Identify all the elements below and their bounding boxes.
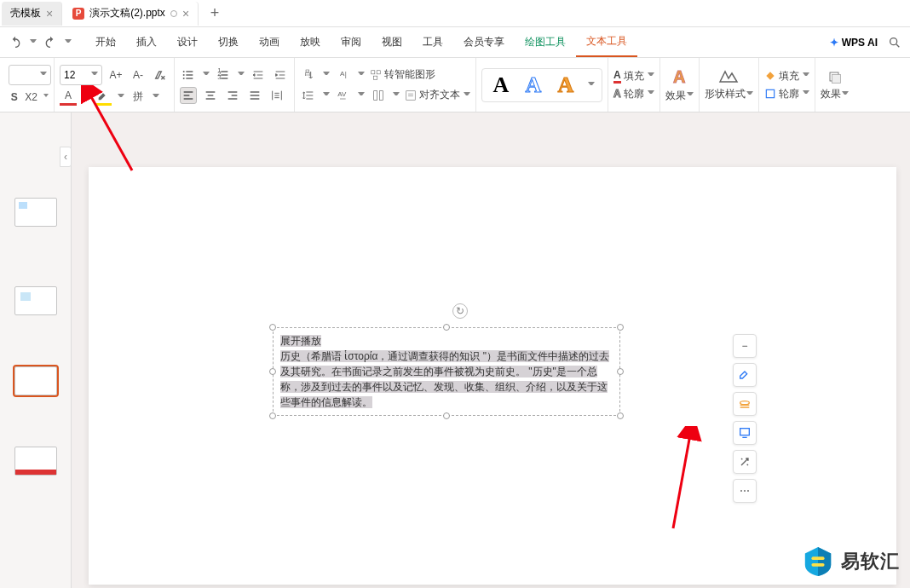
resize-handle[interactable] [617,368,624,375]
increase-indent-icon[interactable] [272,66,289,84]
menu-draw-tools[interactable]: 绘图工具 [515,27,576,58]
layer-button[interactable] [733,392,757,416]
bullets-icon[interactable] [180,66,197,84]
tab-presentation[interactable]: P 演示文稿(2).pptx × [64,2,199,26]
menu-vip[interactable]: 会员专享 [453,27,515,58]
menu-text-tools[interactable]: 文本工具 [576,28,637,57]
decrease-font-icon[interactable]: A- [130,66,147,84]
redo-icon[interactable] [42,34,59,51]
decrease-indent-icon[interactable] [250,66,267,84]
tab-template[interactable]: 壳模板 × [2,2,62,26]
undo-dropdown[interactable] [30,39,37,46]
menu-slideshow[interactable]: 放映 [290,27,331,58]
svg-rect-18 [832,75,841,84]
format-brush-button[interactable] [733,363,757,387]
more-dropdown[interactable] [65,39,72,46]
pinyin-icon[interactable]: 拼 [130,89,147,106]
svg-rect-10 [377,70,380,73]
menu-animation[interactable]: 动画 [249,27,290,58]
wordart-gallery[interactable]: A A A [481,68,602,102]
svg-text:AV: AV [337,90,347,98]
more-button[interactable]: ⋯ [733,479,757,503]
watermark: 易软汇 [802,545,900,578]
magic-button[interactable] [733,450,757,474]
svg-rect-16 [766,89,774,97]
menu-transition[interactable]: 切换 [208,27,249,58]
convert-smartart-button[interactable]: 转智能图形 [370,67,435,82]
columns-icon[interactable] [370,87,387,104]
wordart-more-dropdown[interactable] [585,82,596,89]
wordart-style-2[interactable]: A [520,72,547,98]
resize-handle[interactable] [617,412,624,419]
resize-handle[interactable] [269,412,276,419]
menu-bar: 开始 插入 设计 切换 动画 放映 审阅 视图 工具 会员专享 绘图工具 文本工… [0,27,910,58]
rotate-handle[interactable]: ↻ [452,303,468,319]
highlight-icon[interactable] [95,89,112,106]
shape-style-button[interactable]: 形状样式 [705,68,753,101]
svg-point-3 [183,78,185,79]
align-text-button[interactable]: 对齐文本 [405,88,470,102]
svg-rect-15 [406,90,416,100]
undo-icon[interactable] [7,34,24,51]
search-icon[interactable] [886,34,903,51]
resize-handle[interactable] [269,324,276,331]
svg-rect-13 [374,90,377,100]
modified-indicator [170,10,177,17]
watermark-logo-icon [802,545,834,578]
text-direction-icon[interactable]: 吕 [300,66,317,84]
wps-ai-button[interactable]: ✦WPS AI [830,37,878,49]
menu-insert[interactable]: 插入 [126,27,167,58]
textbox[interactable]: 展开播放 历史（希腊语 ἱστορία，通过调查获得的知识 "）是书面文件中描述… [273,327,620,416]
clear-format-icon[interactable] [152,66,169,84]
increase-font-icon[interactable]: A+ [107,66,124,84]
wordart-style-3[interactable]: A [552,72,579,98]
char-spacing-icon[interactable]: AV [335,87,352,104]
superscript-icon[interactable]: X2 [25,89,37,106]
svg-point-19 [740,401,750,405]
wordart-style-1[interactable]: A [487,72,515,98]
menu-view[interactable]: 视图 [371,27,412,58]
menu-review[interactable]: 审阅 [331,27,371,58]
floating-toolbar: − ⋯ [733,334,757,503]
font-size-combo[interactable]: 12 [60,65,102,85]
slide-thumb-1[interactable] [14,198,57,227]
new-tab-button[interactable]: + [204,3,226,25]
distribute-icon[interactable] [268,87,285,104]
numbering-icon[interactable]: 123 [215,66,232,84]
font-name-combo[interactable] [9,65,51,85]
collapse-thumbs-button[interactable]: ‹ [60,147,72,167]
svg-rect-9 [371,70,375,73]
svg-rect-24 [811,563,824,567]
text-fill-button[interactable]: A填充 [613,69,654,84]
resize-handle[interactable] [617,324,624,331]
main-area: ‹ ↻ 展开播放 历史（希腊语 ἱστορία，通过调查获得的知识 "）是书面文… [0,112,910,588]
shape-effect-button[interactable]: 效果 [821,68,849,101]
slide-thumb-2[interactable] [14,286,57,315]
presentation-button[interactable] [733,421,757,445]
text-outline-button[interactable]: A轮廓 [613,87,654,101]
slide-thumb-4[interactable] [14,447,57,476]
shape-fill-button[interactable]: 填充 [764,69,809,84]
bold-icon[interactable]: S [9,89,20,106]
line-spacing-icon[interactable] [300,87,317,104]
align-center-icon[interactable] [202,87,219,104]
menu-tools[interactable]: 工具 [412,27,453,58]
align-justify-icon[interactable] [246,87,263,104]
resize-handle[interactable] [443,324,450,331]
text-effect-button[interactable]: A 效果 [665,67,694,103]
close-icon[interactable]: × [182,7,189,20]
shape-outline-button[interactable]: 轮廓 [764,87,809,101]
slide-thumb-3[interactable] [14,366,57,395]
menu-start[interactable]: 开始 [85,27,126,58]
menu-design[interactable]: 设计 [167,27,208,58]
text-vertical-icon[interactable]: A [335,66,352,84]
ribbon: S X2 12 A+ A- A 拼 123 [0,58,910,112]
close-icon[interactable]: × [46,7,53,20]
zoom-out-button[interactable]: − [733,334,757,358]
resize-handle[interactable] [443,412,450,419]
align-left-icon[interactable] [180,87,197,104]
resize-handle[interactable] [269,368,276,375]
font-color-icon[interactable]: A [60,89,77,106]
svg-rect-11 [374,76,377,79]
align-right-icon[interactable] [224,87,241,104]
